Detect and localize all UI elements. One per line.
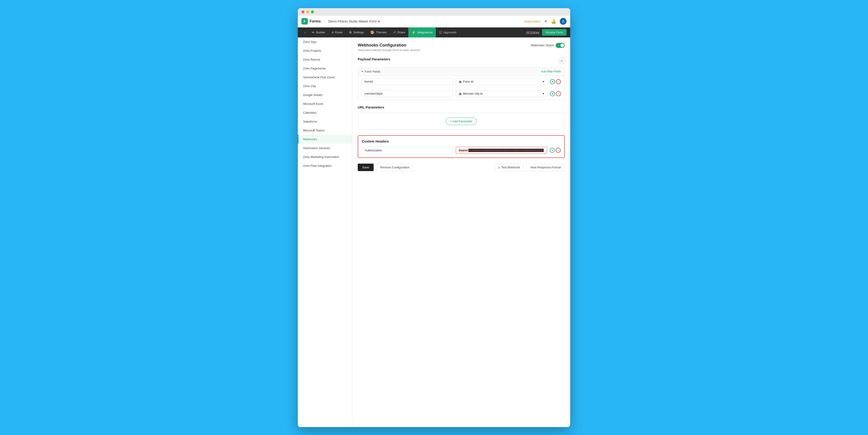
sidebar-item-google-sheets[interactable]: Google Sheets	[298, 91, 352, 99]
remove-field-button-1[interactable]: −	[556, 79, 561, 84]
field-row: ▣ Form Id ▾ + −	[358, 76, 564, 88]
sidebar-item-salesforce[interactable]: Salesforce	[298, 117, 352, 126]
bell-icon[interactable]: 🔔	[551, 19, 556, 24]
auto-map-fields-button[interactable]: Auto-Map Fields	[541, 70, 561, 73]
remove-header-button[interactable]: −	[556, 148, 561, 153]
field-key-input-1[interactable]	[362, 78, 453, 85]
webhooks-header: Webhooks Configuration Send data collect…	[358, 43, 565, 52]
integrations-icon: ⚡	[411, 30, 416, 34]
sidebar-item-zoho-sign[interactable]: Zoho Sign	[298, 37, 352, 46]
add-field-button-2[interactable]: +	[550, 91, 555, 96]
sidebar-item-automation-services[interactable]: Automation Services	[298, 144, 352, 153]
settings-nav-icon: ⚙	[349, 30, 352, 34]
access-form-button[interactable]: Access Form	[542, 29, 566, 36]
sidebar-item-zoho-recruit[interactable]: Zoho Recruit	[298, 55, 352, 64]
header-actions: Subscription ✕ 🔔 Z	[524, 18, 566, 25]
themes-icon: 🎨	[370, 30, 375, 34]
all-entries-link[interactable]: All Entries	[526, 31, 539, 34]
minimize-button[interactable]	[306, 10, 309, 13]
webhooks-subtitle: Send data collected through forms to oth…	[358, 49, 421, 52]
url-params-title: URL Parameters	[358, 105, 565, 109]
form-fields-container: ▾ Form Fields Auto-Map Fields ▣ Form Id	[358, 67, 565, 100]
remove-config-button[interactable]: Remove Configuration	[376, 163, 413, 171]
remove-field-button-2[interactable]: −	[556, 91, 561, 96]
nav-bar: ⌂ ✏ Builder ≡ Rules ⚙ Settings 🎨 Themes …	[298, 27, 570, 37]
avatar[interactable]: Z	[560, 18, 566, 25]
chevron-down-icon[interactable]: ▾	[362, 70, 363, 73]
sidebar-item-zoho-pagesense[interactable]: Zoho PageSense	[298, 64, 352, 73]
sidebar-item-microsoft-teams[interactable]: Microsoft Teams	[298, 126, 352, 135]
app-header: F Forms Demo Fitness Studio Waiver Form …	[298, 15, 570, 27]
title-bar	[298, 8, 570, 15]
webhooks-status-toggle[interactable]	[556, 43, 565, 48]
main-layout: Zoho Sign Zoho Projects Zoho Recruit Zoh…	[298, 37, 570, 427]
url-params-section: URL Parameters + Add Parameter	[358, 105, 565, 130]
field-select-icon-2: ▣	[459, 92, 462, 96]
form-fields-left: ▾ Form Fields	[362, 70, 380, 73]
footer-right: ▷ Test Webhook View Response Format	[494, 163, 565, 171]
nav-item-builder[interactable]: ✏ Builder	[309, 27, 329, 37]
custom-header-row: + −	[362, 147, 561, 154]
logo-text: Forms	[310, 19, 321, 23]
settings-icon[interactable]: ✕	[544, 19, 548, 24]
field-value-select-2[interactable]: ▣ Member Obj Id ▾	[456, 90, 547, 97]
add-param-button[interactable]: + Add Parameter	[446, 118, 477, 125]
custom-header-key-input[interactable]	[362, 147, 453, 154]
webhooks-title-area: Webhooks Configuration Send data collect…	[358, 43, 421, 52]
field-actions-1: + −	[550, 79, 561, 84]
main-content: Webhooks Configuration Send data collect…	[352, 37, 570, 427]
sidebar-item-calendars[interactable]: Calendars	[298, 108, 352, 117]
app-window: F Forms Demo Fitness Studio Waiver Form …	[298, 8, 570, 427]
approvals-icon: ☑	[439, 30, 442, 34]
payload-section-title: Payload Parameters	[358, 57, 390, 61]
nav-item-home[interactable]: ⌂	[302, 27, 309, 37]
subscription-link[interactable]: Subscription	[524, 20, 540, 23]
sidebar-item-servicedesk[interactable]: ServiceDesk Plus Cloud	[298, 73, 352, 82]
sidebar-item-zoho-marketing[interactable]: Zoho Marketing Automation	[298, 153, 352, 161]
share-icon: ↗	[393, 30, 396, 34]
webhooks-title: Webhooks Configuration	[358, 43, 421, 48]
field-key-input-2[interactable]	[362, 90, 453, 97]
refresh-icon[interactable]: ↺	[558, 58, 565, 64]
close-button[interactable]	[302, 10, 304, 13]
sidebar-item-zoho-cliq[interactable]: Zoho Cliq	[298, 82, 352, 91]
rules-icon: ≡	[332, 30, 334, 34]
logo-icon: F	[302, 18, 308, 25]
maximize-button[interactable]	[311, 10, 314, 13]
nav-right: All Entries Access Form	[526, 29, 566, 36]
chevron-down-icon-select-1: ▾	[543, 80, 544, 83]
custom-headers-title: Custom Headers	[362, 139, 561, 143]
nav-item-settings[interactable]: ⚙ Settings	[346, 27, 367, 37]
add-header-button[interactable]: +	[550, 148, 555, 153]
add-field-button-1[interactable]: +	[550, 79, 555, 84]
field-row: ▣ Member Obj Id ▾ + −	[358, 88, 564, 100]
webhooks-status: Webhooks Status	[531, 43, 565, 48]
nav-item-integrations[interactable]: ⚡ Integrations	[408, 27, 436, 37]
custom-header-actions: + −	[550, 148, 561, 153]
custom-header-value-input[interactable]	[456, 147, 547, 154]
sidebar-item-zoho-projects[interactable]: Zoho Projects	[298, 46, 352, 55]
nav-item-rules[interactable]: ≡ Rules	[329, 27, 346, 37]
sidebar-item-webhooks[interactable]: Webhooks	[298, 135, 352, 144]
sidebar-item-zoho-flow[interactable]: Zoho Flow Integration	[298, 161, 352, 170]
custom-headers-section: Custom Headers + −	[358, 135, 565, 158]
required-indicator: ★	[377, 20, 380, 23]
payload-section: Payload Parameters ↺ ▾ Form Fields Auto-…	[358, 57, 565, 100]
app-logo: F Forms	[302, 18, 321, 25]
field-actions-2: + −	[550, 91, 561, 96]
add-param-area: + Add Parameter	[358, 113, 565, 130]
test-webhook-button[interactable]: ▷ Test Webhook	[494, 163, 524, 171]
form-title: Demo Fitness Studio Waiver Form ★	[324, 20, 380, 23]
chevron-down-icon-select-2: ▾	[543, 92, 544, 95]
field-value-select-1[interactable]: ▣ Form Id ▾	[456, 78, 547, 85]
builder-icon: ✏	[312, 30, 315, 34]
sidebar: Zoho Sign Zoho Projects Zoho Recruit Zoh…	[298, 37, 352, 427]
save-button[interactable]: Save	[358, 164, 374, 171]
nav-item-approvals[interactable]: ☑ Approvals	[436, 27, 460, 37]
nav-item-share[interactable]: ↗ Share	[390, 27, 408, 37]
view-response-button[interactable]: View Response Format	[526, 163, 565, 171]
footer-actions: Save Remove Configuration ▷ Test Webhook…	[358, 163, 565, 171]
field-select-icon-1: ▣	[459, 80, 462, 84]
sidebar-item-microsoft-excel[interactable]: Microsoft Excel	[298, 99, 352, 108]
nav-item-themes[interactable]: 🎨 Themes	[367, 27, 390, 37]
